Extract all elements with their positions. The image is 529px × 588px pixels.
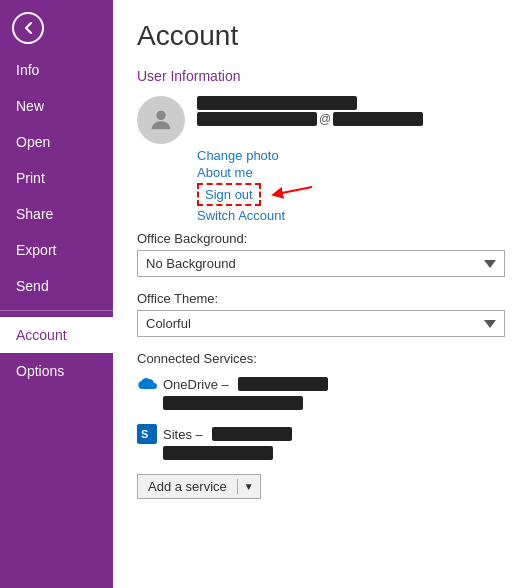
svg-point-0 [156, 111, 165, 120]
svg-line-1 [277, 187, 312, 194]
sign-out-arrow-annotation [267, 182, 317, 206]
user-info-row: @ [137, 96, 505, 144]
sites-header: S Sites – [137, 424, 505, 444]
main-content: Account User Information @ Change photo … [113, 0, 529, 588]
sidebar-divider [0, 310, 113, 311]
office-background-label: Office Background: [137, 231, 505, 246]
office-background-select[interactable]: No Background Calligraphy Circuit Clouds [137, 250, 505, 277]
back-arrow-icon [21, 21, 35, 35]
add-service-chevron-icon: ▼ [238, 481, 260, 492]
switch-account-link[interactable]: Switch Account [197, 208, 505, 223]
sites-detail-redacted [163, 446, 273, 460]
sign-out-link[interactable]: Sign out [205, 187, 253, 202]
sidebar: Info New Open Print Share Export Send Ac… [0, 0, 113, 588]
change-photo-link[interactable]: Change photo [197, 148, 505, 163]
add-service-label: Add a service [138, 479, 238, 494]
sidebar-item-options[interactable]: Options [0, 353, 113, 389]
user-name-redacted [197, 96, 357, 110]
sidebar-item-share[interactable]: Share [0, 196, 113, 232]
back-button[interactable] [8, 8, 48, 48]
connected-services-section: Connected Services: OneDrive – S [137, 351, 505, 499]
sidebar-item-send[interactable]: Send [0, 268, 113, 304]
sites-sub [163, 446, 505, 464]
office-theme-label: Office Theme: [137, 291, 505, 306]
svg-text:S: S [141, 428, 148, 440]
back-circle-icon [12, 12, 44, 44]
user-email-row: @ [197, 112, 423, 126]
add-service-button[interactable]: Add a service ▼ [137, 474, 261, 499]
onedrive-account-redacted [238, 377, 328, 391]
sign-out-row: Sign out [197, 182, 505, 206]
onedrive-header: OneDrive – [137, 374, 505, 394]
sites-account-redacted [212, 427, 292, 441]
sidebar-item-open[interactable]: Open [0, 124, 113, 160]
page-title: Account [137, 20, 505, 52]
connected-services-title: Connected Services: [137, 351, 505, 366]
sidebar-item-new[interactable]: New [0, 88, 113, 124]
sidebar-item-print[interactable]: Print [0, 160, 113, 196]
user-details: @ [197, 96, 423, 126]
about-me-link[interactable]: About me [197, 165, 505, 180]
add-service-container: Add a service ▼ [137, 474, 505, 499]
sidebar-item-info[interactable]: Info [0, 52, 113, 88]
user-email-part1-redacted [197, 112, 317, 126]
onedrive-service-item: OneDrive – [137, 374, 505, 414]
office-background-section: Office Background: No Background Calligr… [137, 231, 505, 277]
sharepoint-icon: S [137, 424, 157, 444]
onedrive-sub [163, 396, 505, 414]
sidebar-item-export[interactable]: Export [0, 232, 113, 268]
user-email-part2-redacted [333, 112, 423, 126]
sidebar-item-account[interactable]: Account [0, 317, 113, 353]
avatar [137, 96, 185, 144]
user-info-title: User Information [137, 68, 505, 84]
onedrive-detail-redacted [163, 396, 303, 410]
sign-out-box: Sign out [197, 183, 261, 206]
onedrive-label: OneDrive – [163, 377, 232, 392]
office-theme-select[interactable]: Colorful White Dark Gray [137, 310, 505, 337]
onedrive-icon [137, 374, 157, 394]
sites-label: Sites – [163, 427, 206, 442]
avatar-person-icon [147, 106, 175, 134]
user-links: Change photo About me Sign out Switch Ac… [197, 148, 505, 223]
sites-service-item: S Sites – [137, 424, 505, 464]
office-theme-section: Office Theme: Colorful White Dark Gray [137, 291, 505, 337]
